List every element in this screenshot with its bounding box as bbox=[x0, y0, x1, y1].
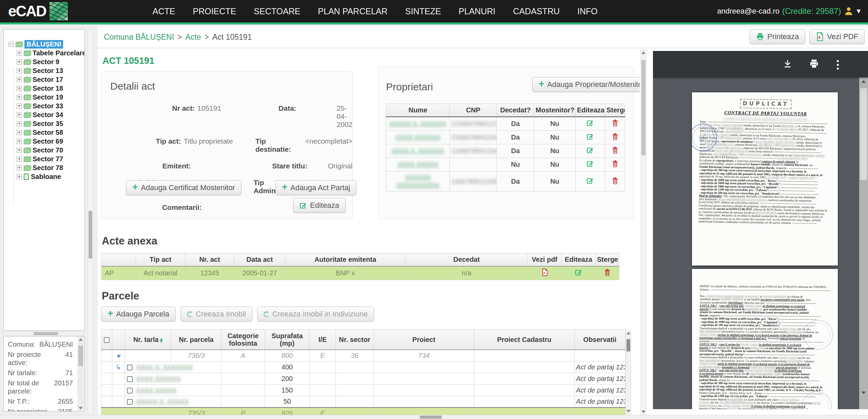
parcels-action-button[interactable]: Adauga Parcela bbox=[101, 307, 176, 322]
scrollbar-thumb[interactable] bbox=[860, 88, 867, 180]
edit-annex-icon[interactable] bbox=[575, 269, 582, 276]
delete-owner-icon[interactable] bbox=[612, 119, 618, 127]
edit-owner-icon[interactable] bbox=[586, 119, 594, 127]
parcel-owner-link[interactable]: XXXXX X. XXXXX bbox=[136, 398, 189, 405]
tree-expander-icon[interactable]: + bbox=[17, 174, 22, 179]
pdf-scrollbar[interactable] bbox=[859, 77, 868, 409]
scroll-down-icon[interactable] bbox=[77, 405, 84, 411]
tree-item-label[interactable]: Sector 77 bbox=[33, 155, 63, 163]
tree-item-label[interactable]: Sector 78 bbox=[33, 164, 63, 172]
tree-expander-icon[interactable]: + bbox=[17, 59, 22, 65]
print-button[interactable]: Printeaza bbox=[750, 29, 805, 44]
row-expander-icon[interactable]: ↳ bbox=[116, 363, 121, 371]
delete-owner-icon[interactable] bbox=[612, 146, 618, 154]
delete-owner-icon[interactable] bbox=[612, 177, 618, 184]
ecad-logo[interactable]: eCAD bbox=[8, 2, 68, 20]
tree-item[interactable]: + Sector 69 bbox=[4, 137, 84, 146]
tree-item-label[interactable]: Sector 69 bbox=[33, 138, 63, 145]
parcel-owner-link[interactable]: XXXX XXXXXX bbox=[136, 375, 181, 382]
scrollbar-thumb[interactable] bbox=[78, 346, 83, 366]
edit-owner-icon[interactable] bbox=[586, 160, 594, 167]
tree-item-label[interactable]: Sector 13 bbox=[33, 67, 63, 75]
tree-expander-icon[interactable]: + bbox=[17, 157, 22, 162]
tree-item[interactable]: + Sector 70 bbox=[4, 146, 84, 154]
scrollbar-thumb[interactable] bbox=[34, 332, 58, 335]
row-checkbox[interactable] bbox=[127, 399, 133, 405]
row-checkbox[interactable] bbox=[127, 376, 133, 382]
tree-item[interactable]: + Tabele Parcelare bbox=[4, 49, 84, 57]
row-checkbox[interactable] bbox=[127, 388, 133, 394]
edit-owner-icon[interactable] bbox=[586, 177, 594, 184]
tree-item-label[interactable]: Sector 35 bbox=[33, 120, 63, 128]
nav-menu-item[interactable]: PROIECTE bbox=[193, 6, 236, 16]
parcel-owner-link[interactable]: XXXX X. XXXXXXX bbox=[136, 364, 193, 371]
download-icon[interactable] bbox=[783, 59, 793, 69]
user-menu-caret-icon[interactable]: ▼ bbox=[856, 8, 861, 14]
parcels-table-scrollbar[interactable] bbox=[625, 330, 631, 414]
view-pdf-icon[interactable]: A bbox=[541, 269, 548, 276]
breadcrumb-commune-link[interactable]: Comuna BĂLUȘENI bbox=[104, 33, 174, 42]
tree-horizontal-scrollbar[interactable] bbox=[3, 331, 85, 336]
scrollbar-thumb[interactable] bbox=[89, 211, 92, 258]
parcels-action-button[interactable]: Creeaza Imobil bbox=[180, 307, 252, 322]
tree-item[interactable]: + Sector 35 bbox=[4, 119, 84, 128]
tree-item[interactable]: + Sector 9 bbox=[4, 57, 84, 66]
parcel-owner-link[interactable]: XXXX XXXXX bbox=[136, 387, 176, 394]
owner-name-link[interactable]: XXXX XXXXX bbox=[398, 161, 438, 168]
sort-icon[interactable]: ▲▼ bbox=[160, 338, 162, 343]
tree-item[interactable]: + Sector 34 bbox=[4, 110, 84, 119]
stats-scrollbar[interactable] bbox=[77, 337, 84, 411]
owner-name-link[interactable]: XXXX X. XXXXXX bbox=[391, 147, 444, 154]
user-area[interactable]: andreea@e-cad.ro (Credite: 29587) ▼ bbox=[717, 0, 861, 22]
edit-act-button[interactable]: Editeaza bbox=[293, 198, 346, 213]
nav-menu-item[interactable]: SINTEZE bbox=[405, 6, 441, 16]
more-options-icon[interactable] bbox=[836, 59, 840, 70]
parcels-action-button[interactable]: Creeaza Imobil in Indiviziune bbox=[257, 307, 374, 322]
tree-item[interactable]: + Sector 33 bbox=[4, 102, 84, 110]
tree-item-label[interactable]: Sector 70 bbox=[33, 146, 63, 154]
tree-expander-icon[interactable]: + bbox=[17, 148, 22, 153]
tree-item[interactable]: + Sector 58 bbox=[4, 128, 84, 137]
nav-menu-item[interactable]: PLAN PARCELAR bbox=[318, 6, 387, 16]
tree-expander-icon[interactable]: + bbox=[17, 112, 22, 117]
page-horizontal-scrollbar[interactable] bbox=[0, 415, 868, 419]
row-expander-icon[interactable]: ▼ bbox=[117, 353, 120, 359]
delete-owner-icon[interactable] bbox=[612, 160, 618, 167]
owner-name-link[interactable]: XXXXXX XXXXXXXXXX bbox=[397, 174, 440, 189]
tree-item-label[interactable]: Sabloane bbox=[31, 173, 61, 181]
add-owner-button[interactable]: Adauga Proprietar/Mostenitor bbox=[532, 77, 640, 92]
tree-item[interactable]: + Sector 19 bbox=[4, 93, 84, 102]
scroll-up-icon[interactable] bbox=[641, 50, 646, 55]
tree-item-label[interactable]: Sector 19 bbox=[33, 93, 63, 101]
tree-item-label[interactable]: Sector 18 bbox=[33, 85, 63, 92]
tree-expander-icon[interactable]: − bbox=[8, 42, 14, 47]
tree-item[interactable]: + Sector 13 bbox=[4, 66, 84, 75]
tree-item-label[interactable]: Tabele Parcelare bbox=[33, 49, 85, 57]
tree-expander-icon[interactable]: + bbox=[17, 139, 22, 144]
scroll-up-icon[interactable] bbox=[859, 79, 868, 84]
nav-menu-item[interactable]: ACTE bbox=[153, 6, 175, 16]
scroll-up-icon[interactable] bbox=[77, 337, 84, 342]
main-content-scrollbar[interactable] bbox=[640, 50, 647, 415]
scroll-down-icon[interactable] bbox=[626, 408, 631, 414]
nav-menu-item[interactable]: CADASTRU bbox=[513, 6, 560, 16]
tree-expander-icon[interactable]: + bbox=[17, 77, 22, 82]
user-icon[interactable] bbox=[844, 6, 854, 16]
print-icon[interactable] bbox=[809, 59, 819, 69]
tree-item-label[interactable]: Sector 58 bbox=[33, 129, 63, 136]
tree-item[interactable]: + Sector 78 bbox=[4, 163, 84, 172]
tree-expander-icon[interactable]: + bbox=[17, 51, 22, 56]
tree-item[interactable]: + Sabloane bbox=[4, 172, 84, 181]
add-act-partaj-button[interactable]: Adauga Act Partaj bbox=[275, 180, 356, 195]
tree-expander-icon[interactable]: + bbox=[17, 104, 22, 109]
scrollbar-thumb[interactable] bbox=[641, 60, 645, 155]
owner-name-link[interactable]: XXXX XXXXXX bbox=[396, 134, 440, 141]
tree-expander-icon[interactable]: + bbox=[17, 86, 22, 91]
row-checkbox[interactable] bbox=[127, 365, 133, 370]
scroll-down-icon[interactable] bbox=[641, 409, 646, 415]
delete-owner-icon[interactable] bbox=[612, 133, 618, 140]
tree-item-label[interactable]: Sector 33 bbox=[33, 102, 63, 110]
tree-item-label[interactable]: BĂLUȘENI bbox=[24, 40, 63, 49]
tree-item[interactable]: + Sector 77 bbox=[4, 154, 84, 163]
tree-item[interactable]: + Sector 18 bbox=[4, 84, 84, 93]
